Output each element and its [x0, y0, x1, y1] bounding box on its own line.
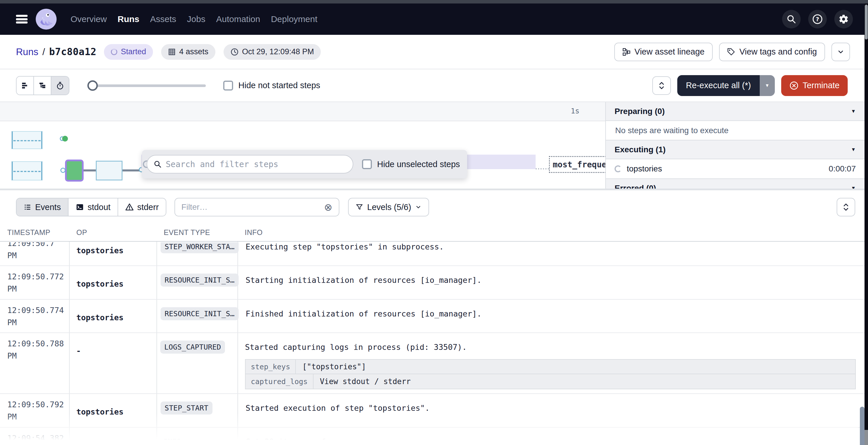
metadata-value[interactable]: View stdout / stderr [313, 374, 417, 389]
help-button[interactable]: ? [808, 10, 827, 28]
metadata-key: step_keys [246, 360, 296, 374]
nav-item-deployment[interactable]: Deployment [271, 14, 317, 24]
view-asset-lineage-button[interactable]: View asset lineage [614, 43, 713, 61]
search-icon [154, 160, 162, 168]
log-expander-button[interactable] [837, 198, 855, 216]
gantt-step-not-started-2[interactable] [11, 161, 42, 180]
gantt-step-not-started-1[interactable] [11, 131, 42, 149]
hide-not-started-label: Hide not started steps [238, 81, 320, 90]
reexecute-dropdown-button[interactable]: ▼ [760, 75, 775, 96]
event-op: topstories [69, 427, 156, 445]
event-info-text: Started capturing logs in process (pid: … [245, 342, 856, 353]
svg-text:?: ? [816, 16, 819, 23]
breadcrumb-separator: / [42, 46, 45, 58]
gantt-dotted-connector [536, 168, 549, 169]
tab-stdout[interactable]: stdout [68, 198, 118, 216]
tab-events[interactable]: Events [17, 198, 68, 216]
event-info-cell: Started execution of step "topstories". [238, 394, 865, 427]
view-tags-config-button[interactable]: View tags and config [719, 43, 825, 61]
clear-filter-icon[interactable]: ⊗ [324, 202, 332, 212]
event-log-table: TIMESTAMP OP EVENT TYPE INFO 12:09:50.7 … [0, 224, 865, 445]
gantt-step-queued[interactable] [96, 161, 123, 180]
search-button[interactable] [782, 10, 801, 28]
breadcrumb: Runs / b7c80a12 [16, 46, 96, 58]
step-search-box[interactable] [147, 155, 353, 173]
event-op: topstories [69, 266, 156, 299]
up-down-chevrons-icon [658, 81, 665, 90]
nav-item-automation[interactable]: Automation [216, 14, 260, 24]
event-timestamp: 12:09:54.382 PM [0, 427, 69, 445]
event-table-row[interactable]: 12:09:50.774 PM topstories RESOURCE_INIT… [0, 300, 865, 333]
reexecute-split-button: Re-execute all (*) ▼ [677, 75, 775, 96]
event-type-cell: INFO [156, 427, 238, 445]
preparing-section-header[interactable]: Preparing (0) ▼ [606, 102, 865, 121]
window-scrollbar[interactable] [865, 3, 868, 445]
event-list-icon [24, 203, 32, 211]
event-timestamp: 12:09:50.774 PM [0, 300, 69, 333]
view-waterfall-button[interactable] [34, 77, 51, 95]
window-scrollbar-thumb[interactable] [865, 5, 868, 39]
step-search-input[interactable] [166, 160, 346, 169]
gantt-step-dot[interactable] [62, 136, 68, 142]
col-info: INFO [238, 224, 865, 241]
status-badge: Started [104, 44, 153, 60]
executing-section-header[interactable]: Executing (1) ▼ [606, 140, 865, 159]
event-metadata-row: captured_logsView stdout / stderr [246, 374, 855, 389]
settings-button[interactable] [834, 10, 853, 28]
nav-utility: ? [782, 10, 853, 28]
gantt-connector-node-left [60, 168, 66, 173]
log-filter-input[interactable] [181, 203, 321, 212]
table-scrollbar[interactable] [860, 407, 865, 445]
event-table-row[interactable]: 12:09:50.772 PM topstories RESOURCE_INIT… [0, 266, 865, 300]
executing-step-row[interactable]: topstories 0:00:07 [606, 159, 865, 179]
terminate-button[interactable]: Terminate [781, 75, 848, 96]
run-action-buttons: Re-execute all (*) ▼ Terminate [652, 75, 848, 96]
event-type-badge: STEP_WORKER_STA… [160, 242, 239, 253]
event-timestamp: 12:09:50.7 PM [0, 242, 69, 266]
reexecute-all-button[interactable]: Re-execute all (*) [677, 75, 760, 96]
selected-step-label[interactable]: most_frequent [549, 156, 605, 173]
levels-dropdown[interactable]: Levels (5/6) [348, 198, 429, 216]
view-timed-button[interactable] [51, 77, 69, 95]
breadcrumb-runs-link[interactable]: Runs [16, 46, 38, 58]
event-table-header: TIMESTAMP OP EVENT TYPE INFO [0, 224, 865, 242]
gantt-step-running-selected[interactable] [65, 160, 84, 181]
octopus-icon [38, 11, 54, 27]
hide-unselected-checkbox-row[interactable]: Hide unselected steps [362, 159, 460, 169]
nav-item-jobs[interactable]: Jobs [187, 14, 205, 24]
log-toolbar: Events stdout stderr ⊗ Levels (5/6) [0, 190, 865, 224]
help-icon: ? [812, 14, 823, 25]
event-timestamp: 12:09:50.788 PM [0, 333, 69, 393]
event-table-row[interactable]: 12:09:50.7 PM topstories STEP_WORKER_STA… [0, 242, 865, 266]
panel-expander-button[interactable] [652, 76, 671, 95]
event-table-row[interactable]: 12:09:50.788 PM - LOGS_CAPTURED Started … [0, 333, 865, 394]
slider-track[interactable] [87, 84, 206, 87]
log-filter-box[interactable]: ⊗ [175, 198, 339, 216]
chevron-down-icon [837, 48, 844, 56]
errored-section-header[interactable]: Errored (0) ▼ [606, 179, 865, 189]
col-op: OP [69, 224, 156, 241]
nav-item-runs[interactable]: Runs [118, 14, 140, 24]
time-marker: 1s [571, 107, 580, 115]
window-title-strip [0, 0, 868, 3]
event-table-row[interactable]: 12:09:50.792 PM topstories STEP_START St… [0, 394, 865, 427]
assets-badge[interactable]: 4 assets [161, 44, 215, 60]
nav-item-assets[interactable]: Assets [150, 14, 176, 24]
event-op: topstories [69, 242, 156, 266]
run-more-actions-button[interactable] [831, 43, 850, 61]
event-type-badge: LOGS_CAPTURED [160, 341, 225, 354]
gantt-zoom-slider[interactable] [87, 80, 206, 91]
nav-item-overview[interactable]: Overview [70, 14, 107, 24]
view-flat-button[interactable] [17, 77, 34, 95]
collapse-chevron-icon: ▼ [851, 108, 856, 114]
hide-not-started-checkbox[interactable] [223, 81, 233, 91]
event-table-row[interactable]: 12:09:54.382 PM topstories INFO Got 20 i… [0, 427, 865, 445]
event-op: topstories [69, 300, 156, 333]
tab-stderr[interactable]: stderr [118, 198, 166, 216]
dagster-logo[interactable] [36, 9, 57, 30]
hide-not-started-checkbox-row[interactable]: Hide not started steps [223, 81, 320, 91]
hide-unselected-checkbox[interactable] [362, 159, 372, 169]
menu-icon[interactable] [16, 15, 28, 24]
flat-list-icon [21, 81, 29, 90]
slider-thumb[interactable] [87, 80, 98, 91]
